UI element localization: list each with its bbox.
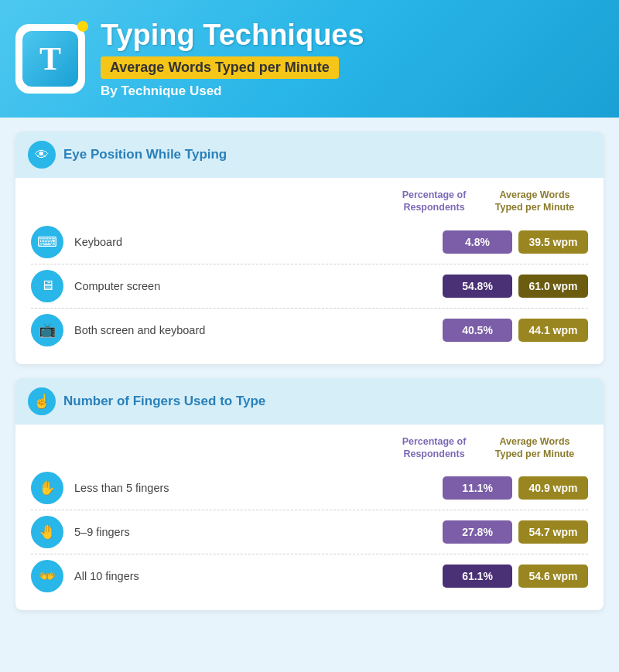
row-label: Less than 5 fingers bbox=[74, 482, 443, 494]
subtitle-badge: Average Words Typed per Minute bbox=[101, 56, 339, 79]
section2-title: Number of Fingers Used to Type bbox=[63, 394, 265, 409]
section2-col-headers: Percentage of Respondents Average Words … bbox=[31, 435, 588, 461]
main-content: 👁 Eye Position While Typing Percentage o… bbox=[0, 118, 619, 672]
section1-col2-header: Average Words Typed per Minute bbox=[484, 189, 585, 214]
pct-badge: 4.8% bbox=[443, 230, 512, 254]
table-row: 🤚 5–9 fingers 27.8% 54.7 wpm bbox=[31, 510, 588, 554]
finger-icon: ☝ bbox=[28, 387, 56, 415]
section1-col-headers: Percentage of Respondents Average Words … bbox=[31, 189, 588, 214]
row-label: Both screen and keyboard bbox=[74, 324, 443, 336]
row-badges: 61.1% 54.6 wpm bbox=[443, 565, 588, 588]
table-row: 🖥 Computer screen 54.8% 61.0 wpm bbox=[31, 264, 588, 309]
row-badges: 27.8% 54.7 wpm bbox=[443, 520, 588, 544]
keyboard-icon: ⌨ bbox=[31, 226, 63, 258]
row-label: Keyboard bbox=[74, 236, 443, 248]
row-label: Computer screen bbox=[74, 280, 443, 292]
wpm-badge: 40.9 wpm bbox=[518, 476, 588, 500]
row-badges: 4.8% 39.5 wpm bbox=[443, 230, 588, 254]
section1-body: Percentage of Respondents Average Words … bbox=[15, 178, 604, 364]
screen-icon: 🖥 bbox=[31, 270, 63, 302]
both-icon: 📺 bbox=[31, 314, 63, 346]
header-sub: By Technique Used bbox=[101, 84, 364, 99]
wpm-badge: 44.1 wpm bbox=[518, 319, 588, 342]
wpm-badge: 54.6 wpm bbox=[518, 565, 588, 588]
table-row: ⌨ Keyboard 4.8% 39.5 wpm bbox=[31, 220, 588, 264]
table-row: ✋ Less than 5 fingers 11.1% 40.9 wpm bbox=[31, 466, 588, 510]
row-label: 5–9 fingers bbox=[74, 526, 443, 538]
section2-col2-header: Average Words Typed per Minute bbox=[484, 435, 585, 461]
mid-fingers-icon: 🤚 bbox=[31, 516, 63, 548]
section2-col1-header: Percentage of Respondents bbox=[384, 435, 484, 461]
header-text: Typing Techniques Average Words Typed pe… bbox=[101, 19, 364, 99]
pct-badge: 11.1% bbox=[443, 476, 512, 500]
section2-header: ☝ Number of Fingers Used to Type bbox=[15, 378, 604, 425]
wpm-badge: 61.0 wpm bbox=[518, 275, 588, 298]
header: T Typing Techniques Average Words Typed … bbox=[0, 0, 619, 118]
logo-letter: T bbox=[22, 31, 78, 87]
table-row: 📺 Both screen and keyboard 40.5% 44.1 wp… bbox=[31, 309, 588, 352]
section-fingers: ☝ Number of Fingers Used to Type Percent… bbox=[15, 378, 604, 611]
section1-header: 👁 Eye Position While Typing bbox=[15, 131, 604, 178]
section2-body: Percentage of Respondents Average Words … bbox=[15, 425, 604, 611]
all-fingers-icon: 👐 bbox=[31, 560, 63, 592]
wpm-badge: 54.7 wpm bbox=[518, 520, 588, 544]
wpm-badge: 39.5 wpm bbox=[518, 230, 588, 254]
section1-title: Eye Position While Typing bbox=[63, 147, 227, 162]
pct-badge: 40.5% bbox=[443, 319, 512, 342]
row-label: All 10 fingers bbox=[74, 570, 443, 582]
eye-icon: 👁 bbox=[28, 141, 56, 169]
row-badges: 54.8% 61.0 wpm bbox=[443, 275, 588, 298]
table-row: 👐 All 10 fingers 61.1% 54.6 wpm bbox=[31, 554, 588, 598]
pct-badge: 61.1% bbox=[443, 565, 512, 588]
row-badges: 40.5% 44.1 wpm bbox=[443, 319, 588, 342]
section-eye-position: 👁 Eye Position While Typing Percentage o… bbox=[15, 131, 604, 364]
pct-badge: 27.8% bbox=[443, 520, 512, 544]
page-title: Typing Techniques bbox=[101, 19, 364, 52]
section1-col1-header: Percentage of Respondents bbox=[384, 189, 484, 214]
pct-badge: 54.8% bbox=[443, 275, 512, 298]
row-badges: 11.1% 40.9 wpm bbox=[443, 476, 588, 500]
header-logo: T bbox=[15, 24, 85, 94]
few-fingers-icon: ✋ bbox=[31, 472, 63, 504]
